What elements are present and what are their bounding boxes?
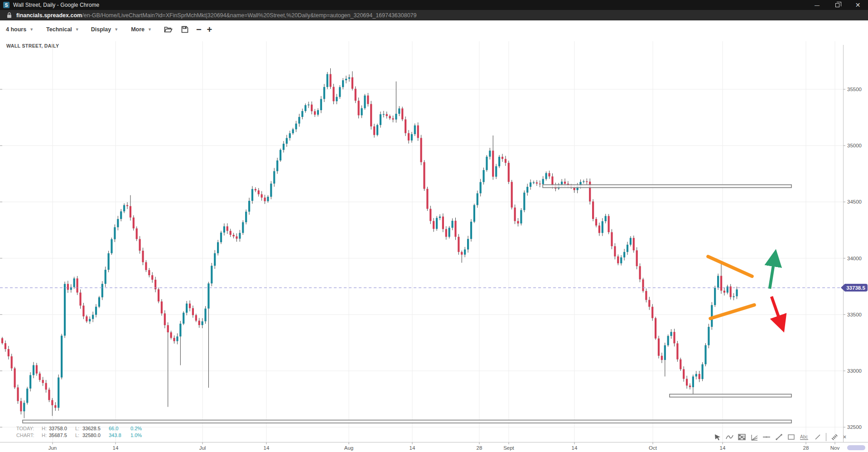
caret-down-icon: ▼ (114, 27, 118, 32)
close-button[interactable]: ✕ (848, 0, 868, 10)
zoom-out-button[interactable]: − (196, 24, 202, 35)
svg-text:33738.5: 33738.5 (846, 285, 865, 291)
toolbar-separator (826, 433, 826, 441)
session-stats: TODAY:H:33758.0L:33628.566.00.2% CHART:H… (16, 425, 149, 439)
svg-text:34500: 34500 (847, 199, 862, 204)
svg-text:Aug: Aug (344, 445, 353, 451)
fan-lines-tool-button[interactable] (750, 433, 758, 441)
url-domain: financials.spreadex.com (16, 12, 82, 19)
lock-icon (7, 12, 12, 18)
close-icon: ✕ (855, 1, 861, 9)
caret-down-icon: ▼ (29, 27, 34, 32)
chart-area: WALL STREET, DAILY 33738.535500350003450… (0, 39, 868, 452)
delete-drawing-button[interactable]: × (843, 434, 846, 440)
svg-text:32500: 32500 (847, 424, 862, 430)
more-label: More (131, 26, 145, 33)
svg-text:14: 14 (264, 445, 270, 451)
timeframe-dropdown[interactable]: 4 hours ▼ (6, 26, 34, 33)
svg-text:Nov: Nov (830, 445, 840, 451)
restore-button[interactable] (827, 0, 848, 10)
caret-down-icon: ▼ (148, 27, 152, 32)
rectangle-icon (787, 433, 795, 441)
address-bar: financials.spreadex.com/en-GB/Home/LiveC… (0, 10, 868, 20)
window-titlebar: S Wall Street, Daily - Google Chrome — ✕ (0, 0, 868, 10)
technical-dropdown[interactable]: Technical ▼ (46, 26, 79, 33)
chart-stats-row: CHART:H:35687.5L:32580.0343.81.0% (16, 432, 149, 439)
minimize-button[interactable]: — (807, 0, 827, 10)
svg-text:Abc: Abc (800, 434, 808, 439)
svg-text:14: 14 (720, 445, 726, 451)
url-text[interactable]: financials.spreadex.com/en-GB/Home/LiveC… (16, 12, 417, 19)
fan-lines-icon (750, 433, 758, 441)
save-chart-button[interactable] (181, 26, 188, 33)
open-chart-button[interactable] (164, 26, 173, 33)
grid-lines (0, 41, 868, 444)
marker-tool-button[interactable] (831, 433, 839, 441)
ohlc-table-tool-button[interactable] (738, 433, 746, 441)
svg-text:Jul: Jul (199, 445, 206, 451)
price-chart[interactable]: 33738.5355003500034500340003350033000325… (0, 39, 868, 452)
svg-text:28: 28 (477, 445, 482, 451)
folder-open-icon (164, 26, 173, 33)
bull-arrow (770, 254, 775, 289)
candles (1, 68, 738, 418)
zoom-in-button[interactable]: + (207, 24, 212, 35)
trendline-icon (775, 433, 783, 441)
display-dropdown[interactable]: Display ▼ (91, 26, 118, 33)
scroll-thumb[interactable] (847, 445, 865, 450)
spreadex-logo-icon: S (3, 2, 10, 8)
diagonal-line-icon (814, 433, 821, 441)
minimize-icon: — (815, 2, 820, 8)
restore-icon (835, 3, 839, 7)
technical-label: Technical (46, 26, 72, 33)
pointer-arrow-icon (714, 433, 721, 441)
svg-text:35500: 35500 (847, 87, 862, 92)
trendline-tool-button[interactable] (775, 433, 783, 441)
svg-text:14: 14 (572, 445, 578, 451)
horizontal-line-icon (762, 433, 771, 441)
rectangle-tool-button[interactable] (787, 433, 795, 441)
window-title: Wall Street, Daily - Google Chrome (13, 2, 99, 8)
drawing-toolbar: Abc × (714, 432, 846, 442)
text-abc-icon: Abc (800, 433, 810, 441)
bear-arrow (772, 296, 782, 327)
time-axis-labels: Jun14Jul14Aug1428Sept14Oct1428Nov (48, 445, 840, 451)
caret-down-icon: ▼ (75, 27, 79, 32)
svg-text:Sept: Sept (503, 445, 514, 451)
text-tool-button[interactable]: Abc (800, 433, 810, 441)
save-icon (181, 26, 188, 33)
minus-icon: − (196, 24, 202, 35)
chart-toolbar: 4 hours ▼ Technical ▼ Display ▼ More ▼ −… (0, 20, 868, 39)
price-axis-labels: 35500350003450034000335003300032500 (847, 87, 862, 430)
current-price-badge: 33738.5 (841, 284, 868, 292)
delete-x-icon: × (843, 434, 846, 440)
svg-text:33500: 33500 (847, 312, 862, 317)
svg-text:14: 14 (113, 445, 119, 451)
svg-text:Oct: Oct (649, 445, 657, 451)
pointer-tool-button[interactable] (714, 433, 721, 441)
scenario-arrows (770, 254, 782, 327)
diagonal-line-tool-button[interactable] (814, 433, 821, 441)
more-dropdown[interactable]: More ▼ (131, 26, 152, 33)
svg-text:28: 28 (803, 445, 809, 451)
grid-table-icon (738, 433, 746, 441)
svg-text:34000: 34000 (847, 256, 862, 261)
timeframe-value: 4 hours (6, 26, 26, 33)
horizontal-line-tool-button[interactable] (762, 433, 771, 441)
curve-tool-button[interactable] (726, 433, 733, 441)
today-stats-row: TODAY:H:33758.0L:33628.566.00.2% (16, 425, 149, 432)
level-bars (23, 185, 791, 423)
svg-text:33000: 33000 (847, 368, 862, 374)
plus-icon: + (207, 24, 212, 35)
curve-line-icon (726, 433, 733, 441)
svg-text:Jun: Jun (48, 445, 57, 451)
url-path: /en-GB/Home/LiveChartMain?id=XFinSprMchM… (82, 12, 416, 19)
display-label: Display (91, 26, 111, 33)
marker-pen-icon (831, 433, 839, 441)
svg-text:35000: 35000 (847, 143, 862, 148)
svg-text:14: 14 (410, 445, 415, 451)
